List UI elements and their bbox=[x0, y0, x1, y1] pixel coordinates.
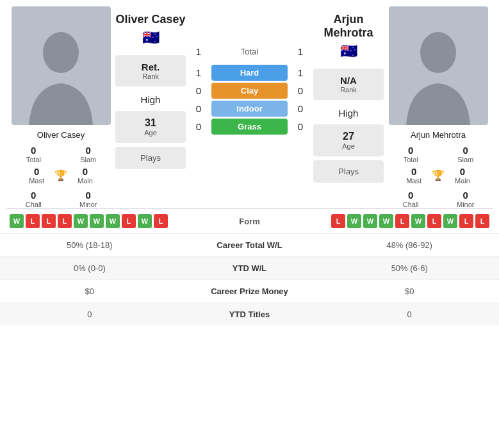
right-stat-main: 0 Main bbox=[455, 166, 470, 185]
form-badge-right: W bbox=[443, 214, 457, 228]
left-player-name: Oliver Casey bbox=[37, 130, 85, 140]
stats-label-3: YTD Titles bbox=[170, 310, 330, 319]
form-badge-left: W bbox=[74, 214, 88, 228]
right-rank-box: N/A Rank bbox=[313, 69, 384, 100]
total-label: Total bbox=[211, 47, 288, 56]
indoor-score-left: 0 bbox=[186, 103, 211, 114]
left-form-badges: WLLLWWWLWL bbox=[10, 214, 220, 228]
stats-right-2: $0 bbox=[329, 286, 489, 296]
left-stat-main: 0 Main bbox=[78, 166, 93, 185]
stats-right-1: 50% (6-6) bbox=[329, 263, 489, 273]
stats-left-3: 0 bbox=[10, 310, 170, 319]
left-high-label: High bbox=[141, 94, 161, 105]
form-badge-left: L bbox=[154, 214, 168, 228]
form-badge-left: W bbox=[90, 214, 104, 228]
stats-row: 0 YTD Titles 0 bbox=[0, 303, 499, 326]
form-badge-right: W bbox=[347, 214, 361, 228]
form-badge-right: W bbox=[363, 214, 377, 228]
stats-label-2: Career Prize Money bbox=[170, 286, 330, 296]
total-score-right: 1 bbox=[288, 46, 313, 57]
right-player-card: Arjun Mehrotra 0 Total 0 Slam 0 Mast 🏆 0… bbox=[384, 6, 493, 208]
center-scores: 1 Total 1 1 Hard 1 0 Clay 0 0 Indoor 0 0… bbox=[186, 6, 313, 208]
right-player-stats-2: 0 Chall 0 Minor bbox=[389, 190, 488, 208]
right-stat-total: 0 Total bbox=[389, 145, 434, 163]
left-age-box: 31 Age bbox=[115, 111, 186, 143]
main-container: Oliver Casey 0 Total 0 Slam 0 Mast 🏆 0 M… bbox=[0, 0, 499, 208]
right-player-name: Arjun Mehrotra bbox=[411, 130, 466, 140]
stats-row: 0% (0-0) YTD W/L 50% (6-6) bbox=[0, 256, 499, 279]
form-badge-left: L bbox=[122, 214, 136, 228]
left-player-stats: 0 Total 0 Slam bbox=[12, 145, 111, 163]
stats-row: $0 Career Prize Money $0 bbox=[0, 279, 499, 303]
form-badge-right: W bbox=[379, 214, 393, 228]
clay-score-right: 0 bbox=[288, 85, 313, 96]
stats-left-2: $0 bbox=[10, 286, 170, 296]
right-high-label: High bbox=[339, 108, 359, 119]
right-stat-mast: 0 Mast bbox=[406, 166, 421, 185]
right-plays-box: Plays bbox=[313, 160, 384, 183]
indoor-row: 0 Indoor 0 bbox=[186, 101, 313, 117]
form-badge-right: L bbox=[331, 214, 345, 228]
svg-point-1 bbox=[420, 32, 456, 73]
stats-label-0: Career Total W/L bbox=[170, 240, 330, 250]
right-player-stats: 0 Total 0 Slam bbox=[389, 145, 488, 163]
stats-table: 50% (18-18) Career Total W/L 48% (86-92)… bbox=[0, 233, 499, 326]
clay-row: 0 Clay 0 bbox=[186, 83, 313, 99]
grass-score-left: 0 bbox=[186, 121, 211, 132]
form-section: WLLLWWWLWL Form LWWWLWLWLL bbox=[6, 208, 493, 233]
indoor-btn: Indoor bbox=[211, 101, 288, 117]
form-badge-left: W bbox=[106, 214, 120, 228]
left-player-title: Oliver Casey bbox=[115, 13, 185, 26]
form-badge-right: L bbox=[427, 214, 441, 228]
left-stat-slam: 0 Slam bbox=[66, 145, 111, 163]
form-badge-right: L bbox=[459, 214, 473, 228]
right-age-box: 27 Age bbox=[313, 124, 384, 156]
stats-left-0: 50% (18-18) bbox=[10, 240, 170, 250]
left-trophy-row: 0 Mast 🏆 0 Main bbox=[29, 166, 93, 185]
hard-row: 1 Hard 1 bbox=[186, 65, 313, 81]
right-player-title: Arjun Mehrotra bbox=[313, 13, 384, 40]
form-badge-left: W bbox=[10, 214, 24, 228]
hard-btn: Hard bbox=[211, 65, 288, 81]
form-label: Form bbox=[224, 217, 275, 226]
left-stat-chall: 0 Chall bbox=[12, 190, 56, 208]
left-trophy-icon: 🏆 bbox=[54, 169, 67, 181]
right-stat-minor: 0 Minor bbox=[443, 190, 488, 208]
stats-label-1: YTD W/L bbox=[170, 263, 330, 273]
grass-row: 0 Grass 0 bbox=[186, 119, 313, 135]
left-flag: 🇦🇺 bbox=[142, 29, 160, 46]
stats-row: 50% (18-18) Career Total W/L 48% (86-92) bbox=[0, 233, 499, 256]
form-badge-right: L bbox=[475, 214, 489, 228]
clay-btn: Clay bbox=[211, 83, 288, 99]
left-middle-col: Oliver Casey 🇦🇺 Ret. Rank High 31 Age Pl… bbox=[115, 13, 186, 208]
right-middle-col: Arjun Mehrotra 🇦🇺 N/A Rank High 27 Age P… bbox=[313, 13, 384, 208]
total-row: 1 Total 1 bbox=[186, 42, 313, 61]
svg-point-0 bbox=[43, 32, 79, 73]
form-badge-left: L bbox=[26, 214, 40, 228]
stats-right-0: 48% (86-92) bbox=[329, 240, 489, 250]
left-plays-box: Plays bbox=[115, 147, 186, 169]
left-stat-mast: 0 Mast bbox=[29, 166, 44, 185]
form-badge-left: W bbox=[138, 214, 152, 228]
form-badge-left: L bbox=[58, 214, 72, 228]
right-flag: 🇦🇺 bbox=[340, 43, 357, 60]
right-player-avatar bbox=[389, 6, 488, 125]
hard-score-left: 1 bbox=[186, 67, 211, 78]
stats-left-1: 0% (0-0) bbox=[10, 263, 170, 273]
left-player-avatar bbox=[12, 6, 111, 125]
form-badge-right: W bbox=[411, 214, 425, 228]
right-trophy-icon: 🏆 bbox=[432, 169, 445, 181]
total-score-left: 1 bbox=[186, 46, 211, 57]
right-stat-slam: 0 Slam bbox=[443, 145, 488, 163]
right-form-badges: LWWWLWLWLL bbox=[279, 214, 490, 228]
hard-score-right: 1 bbox=[288, 67, 313, 78]
right-stat-chall: 0 Chall bbox=[389, 190, 434, 208]
left-stat-minor: 0 Minor bbox=[66, 190, 111, 208]
indoor-score-right: 0 bbox=[288, 103, 313, 114]
left-rank-box: Ret. Rank bbox=[115, 55, 186, 87]
clay-score-left: 0 bbox=[186, 85, 211, 96]
left-player-card: Oliver Casey 0 Total 0 Slam 0 Mast 🏆 0 M… bbox=[6, 6, 115, 208]
grass-btn: Grass bbox=[211, 119, 288, 135]
right-trophy-row: 0 Mast 🏆 0 Main bbox=[406, 166, 470, 185]
left-player-stats-2: 0 Chall 0 Minor bbox=[12, 190, 111, 208]
